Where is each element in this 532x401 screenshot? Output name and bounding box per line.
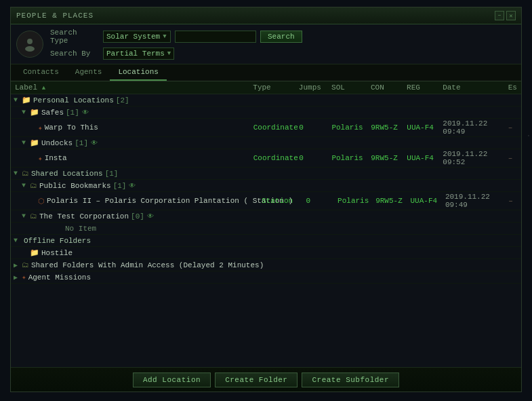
add-location-button[interactable]: Add Location: [133, 373, 211, 387]
list-item[interactable]: ⬡ Polaris II – Polaris Corporation Plant…: [11, 192, 521, 210]
list-item[interactable]: ▶ ✦ Agent Missions: [11, 271, 521, 284]
row-date: 2019.11.22 09:52: [443, 150, 508, 166]
folder-icon: 📁: [22, 96, 31, 104]
eye-icon: 👁: [91, 139, 98, 147]
svg-point-1: [25, 46, 35, 52]
row-type: Coordinate: [253, 123, 299, 132]
agent-icon: ✦: [22, 273, 26, 282]
search-by-dropdown[interactable]: Partial Terms ▼: [103, 47, 174, 60]
close-button[interactable]: ✕: [506, 11, 516, 20]
tab-contacts[interactable]: Contacts: [15, 64, 67, 81]
minimize-button[interactable]: –: [495, 11, 504, 20]
expand-icon: ▶: [14, 273, 22, 282]
dropdown-arrow-icon: ▼: [163, 33, 166, 40]
bottom-bar: Add Location Create Folder Create Subfol…: [11, 367, 521, 392]
window-controls: – ✕: [495, 11, 516, 20]
avatar: [16, 31, 43, 58]
list-item[interactable]: ▼ 📁 Undocks [1] 👁: [11, 137, 521, 149]
row-con: 9RW5-Z: [371, 123, 407, 132]
list-item[interactable]: ▶ 🗂 Shared Folders With Admin Access (De…: [11, 259, 521, 271]
col-header-es: Es: [508, 83, 521, 92]
row-label: Personal Locations: [33, 96, 114, 104]
search-by-row: Search By Partial Terms ▼: [50, 47, 302, 60]
dropdown-arrow2-icon: ▼: [167, 50, 171, 57]
row-label: Shared Folders With Admin Access (Delaye…: [31, 261, 264, 269]
create-folder-button[interactable]: Create Folder: [215, 373, 298, 387]
list-item[interactable]: ▼ 🗂 Public Bookmarks [1] 👁: [11, 180, 521, 192]
shared-folder-icon: 🗂: [30, 212, 37, 221]
eye-icon: 👁: [147, 212, 154, 221]
station-icon: ⬡: [38, 197, 45, 206]
shared-folder-icon: 🗂: [30, 181, 37, 190]
row-con: 9RW5-Z: [371, 154, 407, 162]
tabs-bar: Contacts Agents Locations: [11, 64, 521, 81]
svg-point-0: [27, 39, 33, 44]
list-item[interactable]: ✦ Insta Coordinate 0 Polaris 9RW5-Z UUA-…: [11, 149, 521, 168]
tab-agents[interactable]: Agents: [67, 64, 110, 81]
main-window: People & Places – ✕ Search Type Solar Sy…: [10, 7, 522, 392]
col-header-jumps[interactable]: Jumps: [299, 83, 331, 92]
row-es: –: [508, 197, 521, 205]
waypoint-icon: ✦: [38, 154, 43, 163]
row-date: 2019.11.22 09:49: [443, 119, 508, 136]
row-type: Coordinate: [253, 154, 299, 162]
folder-icon: 📁: [30, 248, 39, 257]
search-type-label: Search Type: [50, 28, 99, 45]
shared-folder-icon: 🗂: [22, 169, 29, 178]
row-reg: UUA-F4: [407, 154, 443, 162]
col-header-con[interactable]: CON: [371, 83, 407, 92]
window-title: People & Places: [16, 12, 94, 20]
expand-icon: ▼: [14, 170, 22, 177]
expand-icon: ▼: [22, 212, 30, 220]
expand-icon: ▼: [14, 96, 22, 104]
col-header-type[interactable]: Type: [253, 83, 299, 92]
search-button[interactable]: Search: [260, 31, 302, 43]
tree-container[interactable]: ▼ 📁 Personal Locations [2] ▼ 📁 Safes [1]…: [11, 94, 521, 352]
row-label: Safes: [41, 109, 64, 117]
col-header-date[interactable]: Date: [443, 83, 508, 92]
row-sol: Polaris: [331, 123, 371, 132]
tab-locations[interactable]: Locations: [110, 64, 166, 81]
create-subfolder-button[interactable]: Create Subfolder: [302, 373, 399, 387]
row-jumps: 0: [306, 197, 337, 205]
list-item[interactable]: ▼ 📁 Safes [1] 👁: [11, 107, 521, 119]
col-header-sol[interactable]: SOL: [331, 83, 371, 92]
row-label: Public Bookmarks: [39, 182, 111, 190]
search-fields: Search Type Solar System ▼ Search Search…: [50, 28, 302, 60]
list-item[interactable]: 📁 Hostile: [11, 247, 521, 259]
folder-icon: 📁: [30, 108, 39, 117]
row-label: Offline Folders: [24, 237, 91, 245]
title-bar: People & Places – ✕: [11, 7, 521, 24]
row-label: Shared Locations: [31, 170, 103, 178]
row-es: –: [508, 154, 521, 162]
row-label: Undocks: [41, 139, 73, 147]
col-header-reg[interactable]: REG: [407, 83, 443, 92]
search-by-value: Partial Terms: [106, 50, 165, 58]
list-item[interactable]: ▼ 📁 Personal Locations [2]: [11, 94, 521, 107]
row-jumps: 0: [299, 154, 331, 162]
count-badge: [1]: [105, 170, 119, 178]
search-area: Search Type Solar System ▼ Search Search…: [11, 24, 521, 64]
row-reg: UUA-F4: [411, 197, 445, 205]
row-sol: Polaris: [337, 197, 375, 205]
waypoint-icon: ✦: [38, 123, 43, 132]
list-item[interactable]: ▼ 🗂 Shared Locations [1]: [11, 168, 521, 180]
search-type-dropdown[interactable]: Solar System ▼: [103, 31, 171, 43]
col-header-label[interactable]: Label ▲: [11, 83, 253, 92]
list-item[interactable]: ✦ Warp To This Coordinate 0 Polaris 9RW5…: [11, 119, 521, 137]
search-by-label: Search By: [50, 50, 99, 58]
no-item-label: No Item: [30, 225, 96, 233]
count-badge: [1]: [113, 182, 127, 190]
row-reg: UUA-F4: [407, 123, 443, 132]
list-item: No Item: [11, 223, 521, 235]
search-string-input[interactable]: [175, 31, 256, 43]
folder-icon: 📁: [30, 138, 39, 147]
count-badge: [0]: [131, 212, 144, 221]
list-item[interactable]: ▼ 🗂 The Test Corporation [0] 👁: [11, 210, 521, 223]
eye-icon: 👁: [82, 109, 89, 117]
row-label: Warp To This: [45, 123, 98, 132]
table-header: Label ▲ Type Jumps SOL CON REG Date Es: [11, 81, 521, 94]
row-con: 9RW5-Z: [375, 197, 410, 205]
list-item[interactable]: ▼ Offline Folders: [11, 235, 521, 247]
row-type: Station: [262, 197, 306, 205]
